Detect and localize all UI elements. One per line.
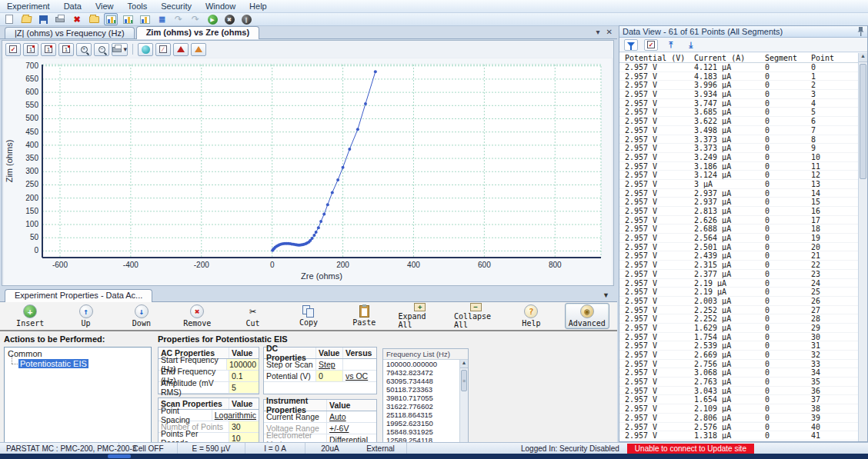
tree-node-common[interactable]: Common (8, 349, 151, 358)
frequency-list-item[interactable]: 50118.723363 (383, 385, 459, 394)
table-row[interactable]: 2.957 V3.373 µA08 (619, 135, 858, 145)
run-experiment-icon[interactable]: ▶ (205, 13, 219, 25)
property-value[interactable]: Logarithmic (212, 410, 259, 421)
table-row[interactable]: 2.957 V2.19 µA025 (619, 288, 858, 297)
tab-z-vs-frequency[interactable]: |Z| (ohms) vs Frequency (Hz) (5, 27, 135, 38)
paste-button[interactable]: Paste (342, 303, 386, 329)
move-down-icon[interactable]: ⤓ (684, 39, 698, 51)
save-icon[interactable] (36, 13, 50, 25)
frequency-list-item[interactable]: 79432.823472 (383, 368, 459, 377)
delete-icon[interactable]: ✖ (70, 13, 84, 25)
table-row[interactable]: 2.957 V2.813 µA016 (619, 207, 858, 216)
table-row[interactable]: 2.957 V3.068 µA034 (619, 368, 858, 378)
table-row[interactable]: 2.957 V2.937 µA014 (619, 189, 858, 198)
scroll-up-icon[interactable]: ▲ (460, 360, 468, 368)
table-row[interactable]: 2.957 V1.754 µA030 (619, 333, 858, 342)
table-row[interactable]: 2.957 V4.183 µA01 (619, 72, 858, 81)
menu-data[interactable]: Data (57, 1, 88, 12)
table-row[interactable]: 2.957 V3.934 µA03 (619, 90, 858, 99)
chart-settings-icon[interactable] (138, 13, 152, 25)
table-row[interactable]: 2.957 V3.186 µA011 (619, 162, 858, 171)
panel-dropdown-icon[interactable]: ▼ (603, 291, 609, 299)
collapse-all-button[interactable]: −Collapse All (453, 303, 498, 329)
table-row[interactable]: 2.957 V3.996 µA02 (619, 81, 858, 90)
frequency-list-item[interactable]: 25118.864315 (383, 411, 459, 419)
table-row[interactable]: 2.957 V1.654 µA037 (619, 395, 858, 404)
menu-tools[interactable]: Tools (121, 1, 155, 12)
table-row[interactable]: 2.957 V2.688 µA018 (619, 225, 858, 234)
column-header-current[interactable]: Current (A) (689, 53, 760, 62)
table-row[interactable]: 2.957 V2.806 µA039 (619, 414, 858, 423)
scale-y-icon[interactable]: 1 (58, 43, 74, 56)
menu-view[interactable]: View (88, 1, 121, 12)
pause-experiment-icon[interactable]: ∥ (239, 13, 253, 25)
up-button[interactable]: ↑Up (63, 303, 108, 329)
table-row[interactable]: 2.957 V2.109 µA038 (619, 404, 858, 414)
graph-view-icon[interactable] (104, 13, 118, 25)
property-value[interactable]: 5 (229, 382, 259, 393)
table-row[interactable]: 2.957 V3.747 µA04 (619, 99, 858, 108)
tab-zim-vs-zre[interactable]: Zim (ohms) vs Zre (ohms) (136, 26, 259, 39)
table-row[interactable]: 2.957 V1.318 µA041 (619, 431, 858, 441)
stop-experiment-icon[interactable]: ✖ (222, 13, 236, 25)
table-row[interactable]: 2.957 V2.576 µA040 (619, 423, 858, 432)
nyquist-chart[interactable]: 0501001502002503003504004505005506006507… (4, 58, 612, 285)
data-list-icon[interactable]: ≣ (155, 13, 169, 25)
peak-fit-icon[interactable] (191, 43, 206, 56)
column-header-segment[interactable]: Segment (760, 53, 806, 62)
print-icon[interactable] (53, 13, 67, 25)
frequency-list-item[interactable]: 63095.734448 (383, 377, 459, 385)
table-row[interactable]: 2.957 V3.498 µA07 (619, 126, 858, 135)
new-file-icon[interactable] (2, 13, 16, 25)
scale-x-icon[interactable]: 1 (41, 43, 56, 56)
advanced-button[interactable]: ◉Advanced (565, 303, 609, 329)
remove-button[interactable]: ✖Remove (175, 303, 219, 329)
table-row[interactable]: 2.957 V3.249 µA010 (619, 153, 858, 162)
peak-analysis-icon[interactable] (173, 43, 189, 56)
table-row[interactable]: 2.957 V3.124 µA012 (619, 171, 858, 180)
frequency-list-item[interactable]: 100000.000000 (383, 360, 459, 368)
select-data-icon[interactable]: ✓ (5, 43, 21, 56)
copy-button[interactable]: Copy (286, 303, 331, 329)
table-row[interactable]: 2.957 V2.19 µA024 (619, 279, 858, 288)
property-value[interactable]: Step (316, 359, 342, 370)
select-points-icon[interactable]: ✓ (644, 39, 658, 51)
property-value[interactable]: 100000 (227, 359, 259, 370)
table-row[interactable]: 2.957 V2.763 µA035 (619, 378, 858, 387)
table-row[interactable]: 2.957 V2.501 µA020 (619, 243, 858, 252)
table-row[interactable]: 2.957 V3.373 µA09 (619, 144, 858, 153)
table-row[interactable]: 2.957 V2.669 µA032 (619, 351, 858, 360)
table-row[interactable]: 2.957 V2.315 µA022 (619, 261, 858, 270)
zoom-in-icon[interactable]: + (76, 43, 92, 56)
column-header-point[interactable]: Point (806, 53, 850, 62)
zoom-out-icon[interactable]: − (94, 43, 109, 56)
table-row[interactable]: 2.957 V2.756 µA033 (619, 360, 858, 369)
help-button[interactable]: ?Help (509, 303, 553, 329)
scrollbar-thumb[interactable]: ≡ (461, 370, 467, 391)
refresh-globe-icon[interactable] (138, 43, 153, 56)
table-row[interactable]: 2.957 V2.937 µA015 (619, 198, 858, 207)
frequency-list-item[interactable]: 19952.623150 (383, 419, 459, 427)
tab-experiment-properties[interactable]: Experiment Properties - Data Ac... (5, 289, 152, 302)
scale-fit-icon[interactable]: 1 (23, 43, 38, 56)
insert-button[interactable]: +Insert (8, 303, 52, 329)
line-plot-icon[interactable]: ∕ (155, 43, 171, 56)
table-row[interactable]: 2.957 V502.9 nA042 (619, 441, 858, 441)
chart-image-icon[interactable] (121, 13, 135, 25)
property-value[interactable]: 0 (316, 371, 342, 381)
menu-help[interactable]: Help (242, 1, 274, 12)
table-row[interactable]: 2.957 V2.252 µA027 (619, 306, 858, 315)
print-chart-icon[interactable]: ▾ (112, 43, 128, 56)
table-row[interactable]: 2.957 V2.377 µA023 (619, 270, 858, 279)
pin-icon[interactable] (857, 27, 864, 36)
table-row[interactable]: 2.957 V1.629 µA029 (619, 324, 858, 333)
property-versus[interactable]: vs OC (342, 371, 376, 381)
property-value[interactable]: Auto (327, 411, 376, 422)
move-up-icon[interactable]: ⤒ (664, 39, 678, 51)
frequency-list-item[interactable]: 39810.717055 (383, 394, 459, 402)
open-icon[interactable] (19, 13, 33, 25)
scrollbar-thumb[interactable] (860, 64, 866, 179)
table-row[interactable]: 2.957 V2.539 µA031 (619, 341, 858, 351)
undo-icon[interactable]: ↷ (172, 13, 185, 25)
menu-window[interactable]: Window (199, 1, 242, 12)
